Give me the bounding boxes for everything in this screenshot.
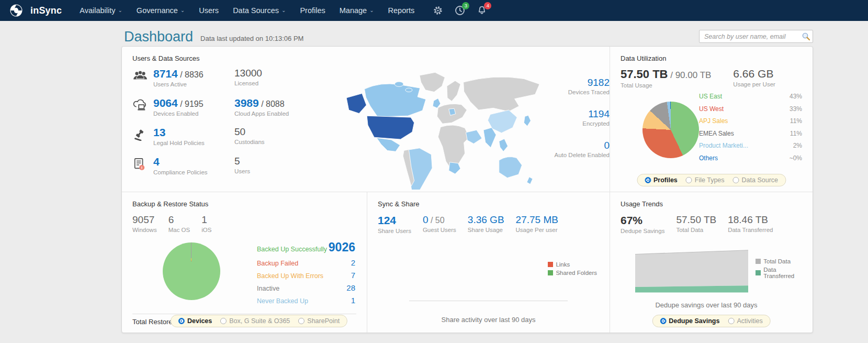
legend-label: Backed Up Successfully [257, 246, 327, 253]
legend-swatch [756, 270, 761, 275]
toggle-devices[interactable]: Devices [178, 317, 212, 325]
stat-row-devices-enabled: 9064 / 9195 Devices Enabled 3989 / 8088 … [132, 97, 337, 120]
stat-windows: 9057Windows [132, 214, 157, 233]
toggle-activities[interactable]: Activities [728, 317, 762, 325]
stat-data-transferred: 18.46 TBData Transferred [728, 214, 773, 234]
radio-icon [660, 318, 666, 324]
utilization-toggle: Profiles File Types Data Source [637, 174, 786, 186]
legend-label: US East [699, 93, 722, 100]
stat-ios: 1iOS [201, 214, 211, 233]
stat-total-usage: 57.50 TB / 90.00 TB Total Usage [621, 68, 711, 88]
panel-title: Data Utilization [621, 54, 802, 62]
legend-label: Backed Up With Errors [257, 272, 323, 280]
stat-total-data: 57.50 TBTotal Data [676, 214, 716, 234]
radio-icon [220, 318, 227, 324]
nav-item-manage[interactable]: Manage⌄ [340, 6, 374, 15]
backup-status-pie-chart [163, 242, 220, 300]
panel-users-data-sources: Users & Data Sources 8714 / 8836 Users A… [122, 47, 610, 192]
legend-label: APJ Sales [699, 117, 728, 125]
chevron-down-icon: ⌄ [181, 7, 185, 13]
stat-share-users: 124Share Users [378, 214, 411, 234]
toggle-profiles[interactable]: Profiles [645, 176, 678, 184]
legend-label: Never Backed Up [257, 297, 308, 305]
legend-label: Product Marketi... [699, 142, 748, 149]
share-activity-legend: Links Shared Folders [548, 261, 597, 278]
data-utilization-pie-chart [642, 102, 699, 158]
search-icon[interactable] [802, 32, 810, 41]
toggle-sharepoint[interactable]: SharePoint [298, 317, 340, 325]
stat-devices-traced: 9182 Devices Traced [543, 77, 610, 95]
radio-icon [733, 177, 739, 183]
panel-title: Usage Trends [621, 200, 802, 208]
stat-row-legal-hold: 13 Legal Hold Policies 50 Custodians [132, 126, 337, 149]
panel-data-utilization: Data Utilization 57.50 TB / 90.00 TB Tot… [610, 47, 813, 192]
backup-status-legend: Backed Up Successfully9026 Backup Failed… [257, 240, 355, 308]
nav-item-availability[interactable]: Availability⌄ [80, 6, 122, 15]
legend-swatch [548, 262, 553, 267]
toggle-box-gsuite-o365[interactable]: Box, G Suite & O365 [220, 317, 290, 325]
data-utilization-legend: US East43% US West33% APJ Sales11% EMEA … [699, 93, 802, 167]
stat-guest-users: 0 / 50Guest Users [423, 214, 456, 234]
nav-item-governance[interactable]: Governance⌄ [137, 6, 185, 15]
top-nav: inSync Availability⌄ Governance⌄ Users D… [0, 0, 868, 21]
notifications-count-badge: 4 [484, 2, 491, 9]
share-activity-chart: Links Shared Folders [378, 237, 599, 316]
stat-share-usage: 3.36 GBShare Usage [468, 214, 504, 234]
activity-clock-icon[interactable]: 3 [455, 5, 465, 16]
document-alert-icon: ! [132, 156, 153, 179]
backup-toggle: Devices Box, G Suite & O365 SharePoint [171, 315, 347, 327]
brand-name[interactable]: inSync [30, 5, 62, 16]
page-header: Dashboard Data last updated on 10:13:06 … [121, 24, 813, 44]
toggle-dedupe-savings[interactable]: Dedupe Savings [660, 317, 719, 325]
nav-item-data-sources[interactable]: Data Sources⌄ [233, 6, 286, 15]
stat-row-compliance: ! 4 Compliance Policies 5 Users [132, 156, 337, 179]
nav-item-profiles[interactable]: Profiles [300, 6, 325, 15]
usage-trends-area-chart [635, 241, 748, 298]
nav-item-reports[interactable]: Reports [388, 6, 415, 15]
chevron-down-icon: ⌄ [369, 7, 374, 13]
panel-title: Sync & Share [378, 200, 599, 208]
dashboard-card: Users & Data Sources 8714 / 8836 Users A… [121, 46, 813, 333]
search-input[interactable] [699, 30, 813, 43]
world-map [337, 68, 543, 190]
chevron-down-icon: ⌄ [281, 7, 286, 13]
users-group-icon [132, 68, 153, 91]
stat-dedupe-savings: 67%Dedupe Savings [621, 214, 664, 234]
panel-usage-trends: Usage Trends 67%Dedupe Savings 57.50 TBT… [610, 192, 813, 333]
panel-title: Backup & Restore Status [132, 200, 356, 208]
nav-item-users[interactable]: Users [199, 6, 219, 15]
notifications-bell-icon[interactable]: 4 [477, 5, 487, 16]
radio-icon [686, 177, 692, 183]
chevron-down-icon: ⌄ [118, 7, 122, 13]
legend-label: Backup Failed [257, 260, 298, 267]
usage-trends-caption: Dedupe savings over last 90 days [628, 301, 785, 309]
legend-swatch [548, 270, 553, 275]
legend-swatch [756, 259, 761, 264]
svg-text:!: ! [141, 165, 143, 170]
share-activity-caption: Share activity over last 90 days [378, 316, 599, 324]
stat-usage-per-user: 6.66 GB Usage per User [733, 68, 775, 88]
page-title: Dashboard [124, 30, 193, 44]
radio-icon [178, 318, 185, 324]
radio-icon [645, 177, 651, 183]
radio-icon [728, 318, 734, 324]
panel-title: Users & Data Sources [132, 54, 599, 62]
legend-label: Others [699, 154, 718, 162]
stat-usage-per-user: 27.75 MBUsage Per user [516, 214, 558, 234]
alerts-count-badge: 3 [462, 2, 469, 9]
toggle-file-types[interactable]: File Types [686, 176, 725, 184]
panel-sync-share: Sync & Share 124Share Users 0 / 50Guest … [367, 192, 610, 333]
druva-logo-icon[interactable] [9, 4, 23, 17]
cloud-device-icon [132, 97, 153, 120]
toggle-data-source[interactable]: Data Source [733, 176, 778, 184]
usage-trends-legend: Total Data Data Transferred [756, 258, 802, 298]
chart-baseline [409, 301, 568, 301]
last-updated-text: Data last updated on 10:13:06 PM [200, 35, 303, 42]
stat-macos: 6Mac OS [168, 214, 190, 233]
stat-encrypted: 1194 Encrypted [543, 108, 610, 127]
usage-trends-toggle: Dedupe Savings Activities [652, 315, 771, 327]
settings-gear-icon[interactable] [433, 5, 443, 16]
legend-label: Inactive [257, 285, 279, 292]
gavel-icon [132, 126, 153, 149]
stat-row-users-active: 8714 / 8836 Users Active 13000 Licensed [132, 68, 337, 91]
